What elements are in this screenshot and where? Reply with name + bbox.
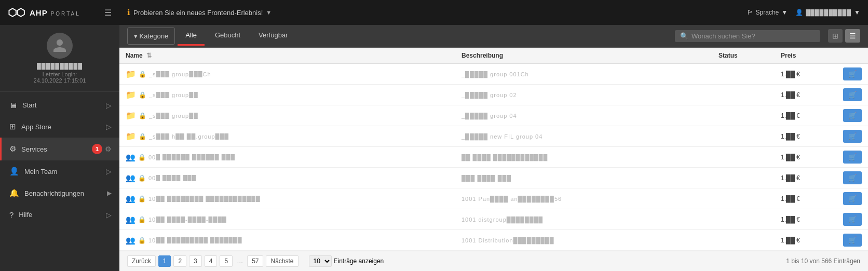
tab-verfugbar[interactable]: Verfügbar xyxy=(251,26,295,46)
users-row-icon: 👥 xyxy=(126,194,135,204)
next-btn[interactable]: Nächste xyxy=(266,255,298,267)
view-toggle: ⊞ ☰ xyxy=(828,29,860,43)
table-header-row: Name ⇅ Beschreibung Status Preis xyxy=(119,48,868,64)
row-name: 10██ █████████.███████ xyxy=(148,237,242,243)
letzter-login-time: 24.10.2022 17:15:01 xyxy=(34,77,86,84)
table-row: 👥 🔒 10██ ████-████-████ 1001 distgroup██… xyxy=(119,209,868,230)
list-view-btn[interactable]: ☰ xyxy=(845,29,860,43)
user-icon: 👤 xyxy=(795,9,803,16)
td-name: 👥 🔒 10██ █████████.███████ xyxy=(119,230,455,251)
lock-icon: 🔒 xyxy=(138,216,146,223)
table-row: 📁 🔒 _s███ group██ _█████ group 04 1.██ €… xyxy=(119,105,868,126)
add-to-cart-btn[interactable]: 🛒 xyxy=(843,213,862,226)
add-to-cart-btn[interactable]: 🛒 xyxy=(843,67,862,80)
td-action: 🛒 xyxy=(837,147,868,168)
row-name: 10██ ████████ ████████████ xyxy=(148,196,261,202)
user-menu[interactable]: 👤 ██████████ ▼ xyxy=(795,9,860,16)
question-icon: ? xyxy=(9,210,13,219)
tabs-bar: ▾ Kategorie Alle Gebucht Verfügbar 🔍 ⊞ ☰ xyxy=(119,25,868,48)
sidebar-meinteam-label: Mein Team xyxy=(24,168,106,175)
row-desc: ███ ████ ███ xyxy=(462,175,511,181)
add-to-cart-btn[interactable]: 🛒 xyxy=(843,171,862,184)
lock-icon: 🔒 xyxy=(138,237,146,244)
td-status xyxy=(712,230,775,251)
td-action: 🛒 xyxy=(837,126,868,147)
services-badge: 1 xyxy=(92,144,102,154)
add-to-cart-btn[interactable]: 🛒 xyxy=(843,151,862,164)
page-btn-1[interactable]: 1 xyxy=(158,255,171,267)
td-name: 📁 🔒 _s███ group██ xyxy=(119,105,455,126)
page-ellipsis: … xyxy=(235,258,245,265)
topbar-alert: ℹ Probieren Sie ein neues Frontend-Erleb… xyxy=(127,8,739,17)
page-btn-5[interactable]: 5 xyxy=(220,255,233,267)
tab-gebucht[interactable]: Gebucht xyxy=(207,26,248,46)
language-selector[interactable]: 🏳 Sprache ▼ xyxy=(747,9,788,16)
sidebar-appstore-label: App Store xyxy=(21,123,106,131)
add-to-cart-btn[interactable]: 🛒 xyxy=(843,234,862,247)
sort-icon[interactable]: ⇅ xyxy=(146,52,152,59)
sidebar-item-label: Start xyxy=(22,101,106,109)
chevron-right-icon: ▶ xyxy=(107,189,112,197)
row-desc: 1001 distgroup████████ xyxy=(462,216,543,223)
folder-icon: 📁 xyxy=(126,69,136,79)
td-status xyxy=(712,126,775,147)
hamburger-icon[interactable]: ☰ xyxy=(104,8,112,18)
sidebar-hilfe-arrow: ▷ xyxy=(106,211,112,219)
td-name: 👥 🔒 00█ ████ ███ xyxy=(119,168,455,188)
user-name: ██████████ xyxy=(37,63,83,69)
table-row: 📁 🔒 _s███ h██ ██.group███ _█████ new FIL… xyxy=(119,126,868,147)
row-desc: _█████ group 02 xyxy=(462,92,517,98)
sidebar-item-appstore[interactable]: ⊞ App Store ▷ xyxy=(0,116,119,138)
td-action: 🛒 xyxy=(837,64,868,85)
kategorie-tab[interactable]: ▾ Kategorie xyxy=(127,28,175,45)
td-status xyxy=(712,209,775,230)
sidebar-item-meinteam[interactable]: 👤 Mein Team ▷ xyxy=(0,160,119,182)
td-price: 1.██ € xyxy=(775,147,837,168)
back-btn[interactable]: Zurück xyxy=(127,255,156,267)
th-name: Name ⇅ xyxy=(119,48,455,64)
row-name: 10██ ████-████-████ xyxy=(148,216,227,223)
sidebar-item-services[interactable]: ⚙ Services 1 ⚙ xyxy=(0,138,119,160)
lang-chevron-icon: ▼ xyxy=(781,9,788,16)
sidebar-hilfe-label: Hilfe xyxy=(19,211,106,219)
row-desc: _█████ group 04 xyxy=(462,113,517,119)
topbar-chevron-icon: ▼ xyxy=(266,9,272,16)
sidebar-item-start[interactable]: 🖥 Start ▷ xyxy=(0,94,119,116)
per-page-select[interactable]: 10 25 50 xyxy=(309,255,332,267)
page-btn-4[interactable]: 4 xyxy=(205,255,218,267)
page-btn-last[interactable]: 57 xyxy=(247,255,263,267)
search-box[interactable]: 🔍 xyxy=(675,30,820,42)
page-btn-2[interactable]: 2 xyxy=(173,255,186,267)
kategorie-label: ▾ Kategorie xyxy=(134,32,168,40)
search-input[interactable] xyxy=(691,32,815,40)
user-chevron-icon: ▼ xyxy=(854,9,860,16)
td-name: 👥 🔒 10██ ████████ ████████████ xyxy=(119,188,455,209)
sidebar-services-label: Services xyxy=(21,145,92,153)
sidebar: ⬡⬡ AHP PORTAL ☰ ██████████ Letzter Login… xyxy=(0,0,119,271)
topbar: ℹ Probieren Sie ein neues Frontend-Erleb… xyxy=(119,0,868,25)
grid-view-btn[interactable]: ⊞ xyxy=(828,29,843,43)
page-btn-3[interactable]: 3 xyxy=(189,255,202,267)
td-desc: _█████ group 04 xyxy=(455,105,712,126)
td-action: 🛒 xyxy=(837,168,868,188)
td-status xyxy=(712,105,775,126)
row-name: 00█ ████ ███ xyxy=(148,175,197,181)
tab-alle[interactable]: Alle xyxy=(178,26,205,46)
services-gear-icon[interactable]: ⚙ xyxy=(105,145,112,153)
add-to-cart-btn[interactable]: 🛒 xyxy=(843,109,862,122)
lock-icon: 🔒 xyxy=(138,154,146,161)
add-to-cart-btn[interactable]: 🛒 xyxy=(843,88,862,101)
th-action xyxy=(837,48,868,64)
logo-text-group: AHP PORTAL xyxy=(30,8,80,17)
sidebar-nav: 🖥 Start ▷ ⊞ App Store ▷ ⚙ Services 1 ⚙ 👤… xyxy=(0,92,119,271)
add-to-cart-btn[interactable]: 🛒 xyxy=(843,192,862,205)
row-name: 00█ ██████ ██████ ███ xyxy=(148,154,235,160)
bell-icon: 🔔 xyxy=(9,188,19,198)
row-name: _s███ group███Ch xyxy=(149,71,211,77)
sidebar-item-hilfe[interactable]: ? Hilfe ▷ xyxy=(0,204,119,225)
avatar xyxy=(47,33,73,59)
sidebar-item-benachrichtigungen[interactable]: 🔔 Benachrichtigungen ▶ xyxy=(0,182,119,204)
search-icon: 🔍 xyxy=(680,32,688,40)
sidebar-appstore-arrow: ▷ xyxy=(106,123,112,131)
add-to-cart-btn[interactable]: 🛒 xyxy=(843,130,862,143)
